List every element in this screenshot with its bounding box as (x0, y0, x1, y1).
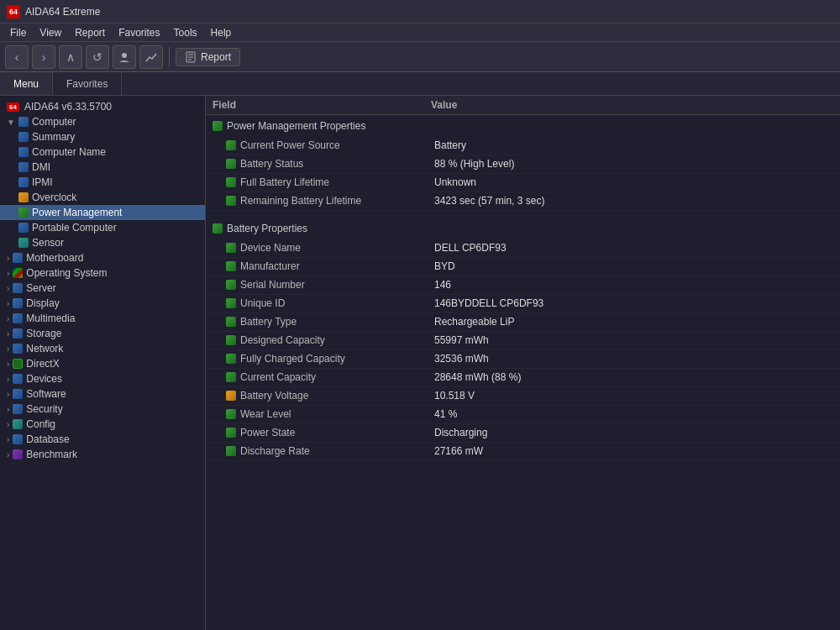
tab-bar: Menu Favorites (0, 72, 840, 96)
col-value-header: Value (431, 99, 833, 111)
benchmark-label: Benchmark (26, 449, 77, 460)
sidebar-item-database[interactable]: › Database (0, 432, 205, 447)
menu-view[interactable]: View (33, 25, 68, 40)
row-discharge-rate: Discharge Rate 27166 mW (206, 443, 840, 461)
computer-arrow: ▼ (7, 118, 15, 127)
row-battery-voltage: Battery Voltage 10.518 V (206, 387, 840, 406)
user-button[interactable] (113, 45, 136, 69)
col-field-header: Field (213, 99, 431, 111)
section-bp-icon (213, 223, 223, 234)
row-battery-type: Battery Type Rechargeable LiP (206, 313, 840, 332)
portable-computer-icon (18, 223, 29, 233)
storage-arrow: › (7, 329, 9, 339)
software-icon (13, 389, 23, 399)
ipmi-icon (18, 177, 29, 187)
sidebar-item-devices[interactable]: › Devices (0, 371, 205, 386)
sidebar-item-computer-name[interactable]: Computer Name (0, 144, 205, 160)
server-arrow: › (7, 284, 9, 293)
row-current-power-source: Current Power Source Battery (206, 137, 840, 155)
refresh-button[interactable]: ↺ (86, 45, 109, 69)
app-icon: 64 (7, 5, 20, 18)
row-device-name: Device Name DELL CP6DF93 (206, 239, 840, 258)
sidebar-item-multimedia[interactable]: › Multimedia (0, 311, 205, 326)
field-power-state: Power State (240, 427, 295, 438)
value-unique-id: 146BYDDELL CP6DF93 (431, 297, 833, 309)
sidebar-item-security[interactable]: › Security (0, 402, 205, 417)
directx-label: DirectX (26, 358, 59, 370)
field-icon-mfr (226, 261, 236, 271)
field-icon-dr (226, 446, 236, 456)
multimedia-icon (13, 313, 23, 323)
value-discharge-rate: 27166 mW (431, 445, 833, 457)
field-icon-bv (226, 391, 236, 401)
motherboard-label: Motherboard (26, 252, 83, 264)
section-battery-properties: Battery Properties (206, 218, 840, 239)
value-remaining-battery-lifetime: 3423 sec (57 min, 3 sec) (431, 195, 833, 207)
field-battery-type: Battery Type (240, 316, 297, 328)
sidebar-item-portable-computer[interactable]: Portable Computer (0, 220, 205, 235)
display-arrow: › (7, 299, 9, 308)
sidebar-item-ipmi[interactable]: IPMI (0, 175, 205, 190)
power-management-icon (18, 207, 29, 218)
sidebar-item-overclock[interactable]: Overclock (0, 190, 205, 205)
sidebar-item-sensor[interactable]: Sensor (0, 235, 205, 250)
sidebar-item-benchmark[interactable]: › Benchmark (0, 447, 205, 462)
power-management-label: Power Management (32, 207, 122, 218)
chart-button[interactable] (139, 45, 163, 69)
benchmark-arrow: › (7, 450, 9, 459)
menu-file[interactable]: File (3, 25, 33, 40)
os-arrow: › (7, 269, 9, 278)
row-fully-charged-capacity: Fully Charged Capacity 32536 mWh (206, 350, 840, 369)
row-full-battery-lifetime: Full Battery Lifetime Unknown (206, 174, 840, 192)
sidebar-item-power-management[interactable]: Power Management (0, 205, 205, 220)
sensor-icon (18, 238, 29, 248)
sidebar: 64 AIDA64 v6.33.5700 ▼ Computer Summary … (0, 96, 206, 630)
menu-favorites[interactable]: Favorites (112, 25, 166, 40)
tab-menu[interactable]: Menu (0, 72, 53, 95)
sidebar-item-config[interactable]: › Config (0, 417, 205, 432)
sidebar-item-dmi[interactable]: DMI (0, 160, 205, 175)
sidebar-item-software[interactable]: › Software (0, 386, 205, 402)
back-button[interactable]: ‹ (5, 45, 29, 69)
sidebar-item-display[interactable]: › Display (0, 296, 205, 311)
os-label: Operating System (26, 267, 107, 279)
user-icon (118, 51, 130, 63)
sidebar-item-summary[interactable]: Summary (0, 129, 205, 144)
sidebar-version: 64 AIDA64 v6.33.5700 (0, 99, 205, 114)
value-power-state: Discharging (431, 427, 833, 438)
sidebar-item-storage[interactable]: › Storage (0, 326, 205, 341)
field-manufacturer: Manufacturer (240, 260, 300, 272)
report-button[interactable]: Report (176, 48, 240, 66)
value-battery-type: Rechargeable LiP (431, 316, 833, 328)
sidebar-item-os[interactable]: › Operating System (0, 265, 205, 281)
sidebar-item-directx[interactable]: › DirectX (0, 356, 205, 371)
sidebar-item-motherboard[interactable]: › Motherboard (0, 250, 205, 265)
field-current-capacity: Current Capacity (240, 371, 316, 383)
field-icon-sn (226, 280, 236, 290)
multimedia-arrow: › (7, 314, 9, 323)
sidebar-item-network[interactable]: › Network (0, 341, 205, 356)
field-icon-dn (226, 243, 236, 253)
tab-favorites[interactable]: Favorites (53, 72, 122, 95)
menu-report[interactable]: Report (68, 25, 112, 40)
sidebar-item-server[interactable]: › Server (0, 281, 205, 296)
report-icon (185, 51, 197, 63)
sidebar-item-computer[interactable]: ▼ Computer (0, 114, 205, 129)
menu-tools[interactable]: Tools (167, 25, 204, 40)
section-bp-title: Battery Properties (227, 223, 307, 234)
row-battery-status: Battery Status 88 % (High Level) (206, 155, 840, 174)
field-icon-bs (226, 159, 236, 169)
up-button[interactable]: ∧ (59, 45, 82, 69)
app-title: AIDA64 Extreme (25, 6, 100, 18)
portable-computer-label: Portable Computer (32, 222, 117, 234)
app-badge: 64 (7, 102, 19, 112)
value-wear-level: 41 % (431, 408, 833, 420)
network-icon (13, 344, 23, 354)
value-device-name: DELL CP6DF93 (431, 242, 833, 254)
security-label: Security (26, 403, 62, 415)
devices-icon (13, 374, 23, 384)
forward-button[interactable]: › (32, 45, 55, 69)
menu-help[interactable]: Help (204, 25, 239, 40)
field-current-power-source: Current Power Source (240, 139, 340, 151)
computer-name-label: Computer Name (32, 146, 106, 158)
